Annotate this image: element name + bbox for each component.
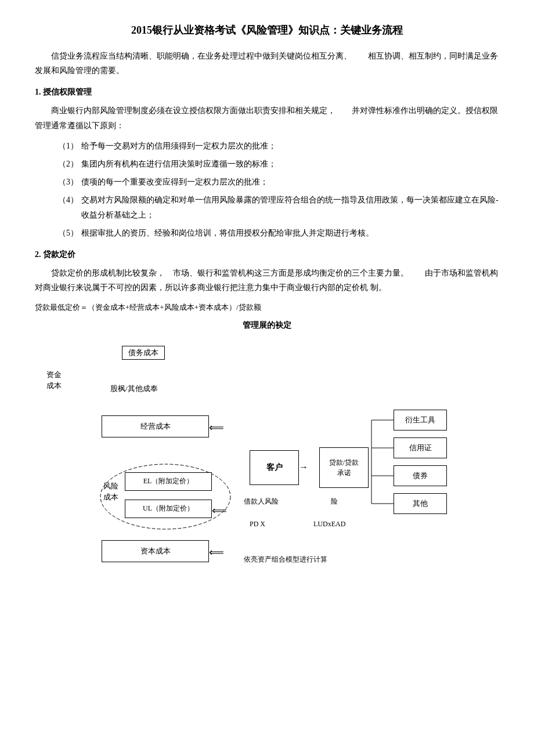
label-fengxian-chengben: 风险成本 [103,480,118,503]
page-title: 2015银行从业资格考试《风险管理》知识点：关键业务流程 [35,23,499,37]
label-zijin-chengben: 资金成本 [46,369,62,392]
list-item-2: （2）集团内所有机构在进行信用决策时应遵循一致的标准； [35,157,499,171]
list-num: （3） [35,175,81,189]
diagram-inner: 资金成本债务成本股枫/其他成奉经营成本⟸风险成本EL（附加定价）UL（附加定价）… [35,340,488,572]
label-xian: 险 [331,497,338,507]
box-UL: UL（附加定价） [125,500,212,518]
label-jiekerenren-fengxian: 借款人风险 [244,497,279,507]
arrow-kehu-to-daikuan: → [299,462,308,472]
list-item-4: （4）交易对方风险限额的确定和对单一信用风险暴露的管理应符合组合的统一指导及信用… [35,193,499,222]
arrow-jingying: ⟸ [209,421,224,434]
section1-list: （1）给予每一交易对方的信用须得到一定权力层次的批准；（2）集团内所有机构在进行… [35,139,499,240]
list-text: 给予每一交易对方的信用须得到一定权力层次的批准； [81,139,499,153]
box-EL: EL（附加定价） [125,472,212,491]
box-ziben-chengben: 资本成本 [102,540,209,562]
section1-heading: 1. 授信权限管理 [35,87,499,97]
diagram-title: 管理展的袂定 [35,320,499,331]
label-pd: PD X [250,520,265,529]
arrow-ul: ⟸ [212,504,227,517]
section1-para1: 商业银行内部风险管理制度必须在设立授信权限方面做出职责安排和相关规定， 并对弹性… [35,103,499,132]
connector-lines [366,410,447,514]
section2-heading: 2. 贷款定价 [35,249,499,260]
list-text: 债项的每一个重要改变应得到一定权力层次的批准； [81,175,499,189]
section2-para1: 贷款定价的形成机制比较复杂， 市场、银行和监管机构这三方面是形成均衡定价的三个主… [35,266,499,295]
list-item-5: （5）根据审批人的资历、经验和岗位培训，将信用授权分配给审批人并定期进行考核。 [35,226,499,240]
label-model: 依亮资产组合模型进行计算 [244,555,327,565]
list-num: （4） [35,193,81,222]
intro-paragraph: 信贷业务流程应当结构清晰、职能明确，在业务处理过程中做到关键岗位相互分离、 相互… [35,49,499,78]
box-zhiwu-chengben: 债务成本 [122,346,165,360]
list-text: 交易对方风险限额的确定和对单一信用风险暴露的管理应符合组合的统一指导及信用政策，… [81,193,499,222]
list-num: （2） [35,157,81,171]
box-kehu: 客户 [250,450,299,485]
list-text: 集团内所有机构在进行信用决策时应遵循一致的标准； [81,157,499,171]
label-lud: LUDxEAD [313,520,345,529]
loan-formula: 贷款最低定价＝（资金成本+经营成本+风险成本+资本成本）/贷款额 [35,301,499,314]
list-num: （5） [35,226,81,240]
label-gupiao-chengben: 股枫/其他成奉 [110,384,158,394]
box-daikuan-chengnuo: 贷款/贷款承诺 [319,447,369,488]
arrow-ziben: ⟸ [209,546,224,559]
list-item-1: （1）给予每一交易对方的信用须得到一定权力层次的批准； [35,139,499,153]
box-jingying-chengben: 经营成本 [102,415,209,437]
list-item-3: （3）债项的每一个重要改变应得到一定权力层次的批准； [35,175,499,189]
list-num: （1） [35,139,81,153]
list-text: 根据审批人的资历、经验和岗位培训，将信用授权分配给审批人并定期进行考核。 [81,226,499,240]
diagram-container: 资金成本债务成本股枫/其他成奉经营成本⟸风险成本EL（附加定价）UL（附加定价）… [35,340,488,595]
